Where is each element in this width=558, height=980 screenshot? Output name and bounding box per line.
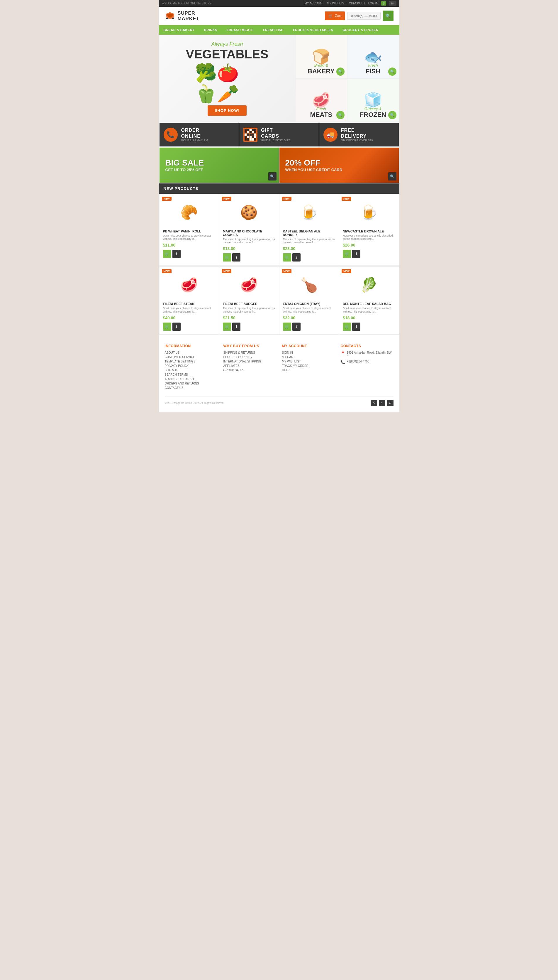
footer-contact-us[interactable]: CONTACT US bbox=[165, 386, 218, 389]
promo-free-delivery[interactable]: 🚚 FREEDELIVERY ON ORDERS OVER $99 bbox=[319, 123, 399, 146]
beef-burger-add-cart[interactable]: 🛒 bbox=[223, 323, 231, 331]
svg-point-3 bbox=[172, 18, 174, 20]
panini-roll-add-cart[interactable]: 🛒 bbox=[163, 250, 171, 258]
login-link[interactable]: LOG IN bbox=[368, 2, 378, 5]
footer-privacy-policy[interactable]: PRIVACY POLICY bbox=[165, 364, 218, 367]
meats-subtitle: Fresh bbox=[310, 107, 332, 111]
nav-fruits-veg[interactable]: FRUITS & VEGETABLES bbox=[288, 25, 338, 35]
my-account-link[interactable]: MY ACCOUNT bbox=[304, 2, 324, 5]
panini-roll-actions: 🛒 ℹ bbox=[163, 250, 215, 258]
chicken-tray-actions: 🛒 ℹ bbox=[283, 323, 335, 331]
nav-fresh-fish[interactable]: FRESH FISH bbox=[258, 25, 288, 35]
footer-search-terms[interactable]: SEARCH TERMS bbox=[165, 373, 218, 376]
credit-card-banner[interactable]: 20% OFF WHEN YOU USE CREDIT CARD 🔍 bbox=[279, 148, 399, 183]
twitter-icon[interactable]: 𝕏 bbox=[371, 400, 377, 406]
truck-icon: 🚚 bbox=[323, 128, 338, 142]
category-card-frozen[interactable]: 🧊 Grocery & FROZEN 🔍 bbox=[348, 79, 399, 122]
beef-burger-name: FILENI BEEF BURGER bbox=[223, 302, 275, 306]
meats-text: Fresh MEATS bbox=[310, 107, 332, 119]
header-right: 🛒 Cart 0 item(s) — $0.00 🔍 bbox=[325, 11, 393, 21]
logo-icon bbox=[165, 12, 176, 20]
chicken-tray-add-cart[interactable]: 🛒 bbox=[283, 323, 291, 331]
nav-grocery-frozen[interactable]: GROCERY & FROZEN bbox=[338, 25, 383, 35]
footer-my-wishlist[interactable]: MY WISHLIST bbox=[282, 360, 335, 363]
footer-advanced-search[interactable]: ADVANCED SEARCH bbox=[165, 377, 218, 380]
header: SUPER MARKET 🛒 Cart 0 item(s) — $0.00 🔍 bbox=[159, 7, 399, 25]
svg-point-2 bbox=[166, 18, 168, 20]
promo-order-online[interactable]: 📞 ORDERONLINE HOURS: 8AM–11PM bbox=[159, 123, 239, 146]
newcastle-ale-add-cart[interactable]: 🛒 bbox=[343, 250, 351, 258]
salad-bag-add-cart[interactable]: 🛒 bbox=[343, 323, 351, 331]
logo[interactable]: SUPER MARKET bbox=[165, 10, 199, 21]
big-sale-banner[interactable]: BIG SALE GET UP TO 25% OFF 🔍 bbox=[159, 148, 279, 183]
newcastle-ale-info[interactable]: ℹ bbox=[352, 250, 360, 258]
category-card-fish[interactable]: 🐟 Fresh FISH 🔍 bbox=[348, 35, 399, 78]
newcastle-ale-actions: 🛒 ℹ bbox=[343, 250, 395, 258]
footer-international-shipping[interactable]: INTERNATIONAL SHIPPING bbox=[223, 360, 276, 363]
free-delivery-text: FREEDELIVERY ON ORDERS OVER $99 bbox=[341, 127, 373, 142]
beef-steak-add-cart[interactable]: 🛒 bbox=[163, 323, 171, 331]
footer-template-settings[interactable]: TEMPLATE SETTINGS bbox=[165, 360, 218, 363]
chicken-tray-info[interactable]: ℹ bbox=[292, 323, 300, 331]
kasteel-ale-add-cart[interactable]: 🛒 bbox=[283, 253, 291, 262]
facebook-icon[interactable]: f bbox=[379, 400, 385, 406]
footer-about-us[interactable]: ABOUT US bbox=[165, 351, 218, 354]
footer-site-map[interactable]: SITE MAP bbox=[165, 369, 218, 372]
fish-search-icon[interactable]: 🔍 bbox=[388, 68, 396, 76]
credit-card-search-icon[interactable]: 🔍 bbox=[388, 172, 396, 181]
footer-track-order[interactable]: TRACK MY ORDER bbox=[282, 364, 335, 367]
footer-my-account: MY ACCOUNT SIGN IN MY CART MY WISHLIST T… bbox=[282, 344, 335, 390]
language-button[interactable]: En bbox=[389, 1, 396, 6]
phone-footer-icon: 📞 bbox=[341, 360, 345, 364]
salad-bag-name: DEL MONTE LEAF SALAD BAG bbox=[343, 302, 395, 306]
footer-help[interactable]: HELP bbox=[282, 369, 335, 372]
choc-cookies-info[interactable]: ℹ bbox=[232, 253, 240, 262]
shop-now-button[interactable]: SHOP NOW! bbox=[208, 105, 246, 115]
promo-gift-cards[interactable]: GIFTCARDS GIVE THE BEST GIFT bbox=[239, 123, 319, 146]
product-chicken-tray: NEW 🍗 ENTAJ CHICKEN (TRAY) Don't miss yo… bbox=[279, 267, 339, 334]
rss-icon[interactable]: ⊕ bbox=[387, 400, 394, 406]
footer-affiliates[interactable]: AFFILIATES bbox=[223, 364, 276, 367]
footer-orders-returns[interactable]: ORDERS AND RETURNS bbox=[165, 382, 218, 385]
cart-info: 0 item(s) — $0.00 bbox=[347, 12, 380, 20]
order-online-text: ORDERONLINE HOURS: 8AM–11PM bbox=[181, 127, 208, 142]
search-button[interactable]: 🔍 bbox=[383, 11, 394, 21]
product-badge-1: NEW bbox=[162, 197, 172, 201]
footer-sign-in[interactable]: SIGN IN bbox=[282, 351, 335, 354]
salad-bag-info[interactable]: ℹ bbox=[352, 323, 360, 331]
beef-steak-actions: 🛒 ℹ bbox=[163, 323, 215, 331]
newcastle-ale-name: NEWCASTLE BROWN ALE bbox=[343, 229, 395, 233]
beef-burger-info[interactable]: ℹ bbox=[232, 323, 240, 331]
kasteel-ale-info[interactable]: ℹ bbox=[292, 253, 300, 262]
beef-steak-info[interactable]: ℹ bbox=[172, 323, 181, 331]
category-card-meats[interactable]: 🥩 Fresh MEATS 🔍 bbox=[295, 79, 347, 122]
newcastle-ale-image: 🍺 bbox=[343, 198, 395, 227]
checkout-link[interactable]: CHECKOUT bbox=[349, 2, 365, 5]
choc-cookies-add-cart[interactable]: 🛒 bbox=[223, 253, 231, 262]
frozen-search-icon[interactable]: 🔍 bbox=[388, 111, 396, 119]
cart-button[interactable]: 🛒 Cart bbox=[325, 12, 345, 20]
nav-drinks[interactable]: DRINKS bbox=[199, 25, 222, 35]
big-sale-search-icon[interactable]: 🔍 bbox=[268, 172, 276, 181]
footer-group-sales[interactable]: GROUP SALES bbox=[223, 369, 276, 372]
my-wishlist-link[interactable]: MY WISHLIST bbox=[327, 2, 346, 5]
bakery-search-icon[interactable]: 🔍 bbox=[336, 68, 345, 76]
product-beef-steak: NEW 🥩 FILENI BEEF STEAK Don't miss your … bbox=[159, 267, 219, 334]
meats-search-icon[interactable]: 🔍 bbox=[336, 111, 345, 119]
footer-shipping-returns[interactable]: SHIPPING & RETURNS bbox=[223, 351, 276, 354]
footer-my-cart[interactable]: MY CART bbox=[282, 356, 335, 359]
footer-secure-shopping[interactable]: SECURE SHOPPING bbox=[223, 356, 276, 359]
chicken-tray-name: ENTAJ CHICKEN (TRAY) bbox=[283, 302, 335, 306]
hero-title: VEGETABLES bbox=[186, 47, 269, 61]
nav-fresh-meats[interactable]: FREASH MEATS bbox=[222, 25, 258, 35]
panini-roll-info[interactable]: ℹ bbox=[172, 250, 181, 258]
footer-address-text: 1901 Annakian Road, Ellandin SW 4 bbox=[347, 351, 394, 357]
category-card-bakery[interactable]: 🍞 Bread & BAKERY 🔍 bbox=[295, 35, 347, 78]
footer-why-us-title: WHY BUY FROM US bbox=[223, 344, 276, 348]
panini-roll-name: PB WHEAT PANINI ROLL bbox=[163, 229, 215, 233]
footer-customer-service[interactable]: CUSTOMER SERVICE bbox=[165, 356, 218, 359]
panini-roll-price: $11.00 bbox=[163, 243, 215, 247]
footer-information-title: INFORMATION bbox=[165, 344, 218, 348]
nav-bread-bakery[interactable]: BREAD & BAKERY bbox=[159, 25, 199, 35]
currency-button[interactable]: $ bbox=[381, 1, 386, 6]
